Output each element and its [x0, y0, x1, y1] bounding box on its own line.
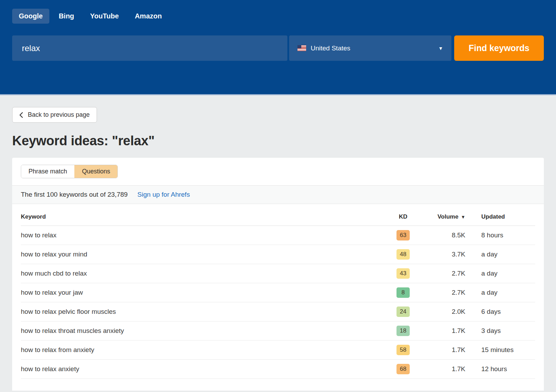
volume-cell: 3.7K — [423, 251, 465, 258]
table-row: how to relax pelvic floor muscles 24 2.0… — [21, 302, 535, 321]
volume-cell: 8.5K — [423, 231, 465, 239]
updated-cell: a day — [481, 251, 535, 258]
header-volume-label: Volume — [438, 213, 458, 220]
table-row: how to relax your mind 48 3.7K a day — [21, 245, 535, 264]
engine-tab-google[interactable]: Google — [12, 9, 49, 24]
updated-cell: a day — [481, 270, 535, 277]
us-flag-icon — [297, 45, 306, 51]
table-row: how to relax anxiety 68 1.7K 12 hours — [21, 360, 535, 379]
kd-cell: 63 — [383, 230, 423, 240]
page-title: Keyword ideas: "relax" — [12, 133, 544, 148]
country-label: United States — [311, 44, 350, 52]
results-summary-row: The first 100 keywords out of 23,789 Sig… — [12, 185, 544, 204]
search-engine-nav: Google Bing YouTube Amazon — [12, 9, 544, 24]
kd-cell: 18 — [383, 326, 423, 336]
back-button-label: Back to previous page — [28, 111, 90, 119]
updated-cell: 8 hours — [481, 231, 535, 239]
search-row: United States ▼ Find keywords — [12, 35, 544, 61]
keyword-cell: how to relax from anxiety — [21, 346, 383, 354]
volume-cell: 1.7K — [423, 327, 465, 335]
keywords-table: Keyword KD Volume▼ Updated how to relax … — [21, 204, 535, 379]
keyword-cell: how to relax — [21, 231, 383, 239]
table-row: how to relax from anxiety 58 1.7K 15 min… — [21, 341, 535, 360]
kd-badge: 58 — [396, 345, 410, 355]
keyword-cell: how to relax pelvic floor muscles — [21, 308, 383, 316]
updated-cell: 12 hours — [481, 365, 535, 373]
volume-cell: 2.0K — [423, 308, 465, 316]
tab-phrase-match[interactable]: Phrase match — [21, 165, 74, 178]
engine-tab-amazon[interactable]: Amazon — [128, 9, 169, 24]
updated-cell: 6 days — [481, 308, 535, 316]
kd-badge: 68 — [396, 364, 410, 374]
table-header-row: Keyword KD Volume▼ Updated — [21, 204, 535, 226]
tab-questions[interactable]: Questions — [74, 165, 117, 178]
kd-cell: 43 — [383, 268, 423, 279]
kd-badge: 8 — [396, 287, 410, 298]
header-kd[interactable]: KD — [383, 213, 423, 220]
kd-cell: 48 — [383, 249, 423, 260]
results-card: Phrase match Questions The first 100 key… — [12, 158, 544, 391]
keyword-search-input[interactable] — [12, 35, 287, 61]
table-row: how to relax 63 8.5K 8 hours — [21, 226, 535, 245]
kd-cell: 24 — [383, 307, 423, 317]
kd-cell: 8 — [383, 287, 423, 298]
header-volume[interactable]: Volume▼ — [423, 213, 465, 220]
updated-cell: 15 minutes — [481, 346, 535, 354]
segmented-control: Phrase match Questions — [21, 165, 118, 178]
match-type-tabs: Phrase match Questions — [12, 158, 544, 185]
header-updated: Updated — [481, 213, 535, 220]
kd-badge: 63 — [396, 230, 410, 240]
table-row: how to relax your jaw 8 2.7K a day — [21, 283, 535, 302]
updated-cell: 3 days — [481, 327, 535, 335]
results-summary-text: The first 100 keywords out of 23,789 — [21, 191, 128, 198]
volume-cell: 2.7K — [423, 270, 465, 277]
table-row: how much cbd to relax 43 2.7K a day — [21, 264, 535, 283]
country-select[interactable]: United States ▼ — [289, 35, 451, 61]
find-keywords-button[interactable]: Find keywords — [454, 35, 544, 61]
keyword-cell: how to relax your jaw — [21, 289, 383, 296]
keyword-cell: how to relax your mind — [21, 251, 383, 258]
header-keyword: Keyword — [21, 213, 383, 220]
chevron-down-icon: ▼ — [438, 46, 443, 51]
table-row: how to relax throat muscles anxiety 18 1… — [21, 321, 535, 341]
page-content: Back to previous page Keyword ideas: "re… — [0, 95, 556, 391]
engine-tab-youtube[interactable]: YouTube — [83, 9, 125, 24]
search-header: Google Bing YouTube Amazon United States… — [0, 0, 556, 95]
chevron-left-icon — [19, 112, 23, 118]
volume-cell: 2.7K — [423, 289, 465, 296]
updated-cell: a day — [481, 289, 535, 296]
kd-badge: 43 — [396, 268, 410, 279]
kd-badge: 18 — [396, 326, 410, 336]
engine-tab-bing[interactable]: Bing — [52, 9, 81, 24]
table-body: how to relax 63 8.5K 8 hours how to rela… — [21, 226, 535, 379]
sort-desc-icon: ▼ — [461, 214, 465, 220]
kd-badge: 24 — [396, 307, 410, 317]
signup-link[interactable]: Sign up for Ahrefs — [137, 191, 190, 198]
back-button[interactable]: Back to previous page — [12, 107, 97, 123]
kd-badge: 48 — [396, 249, 410, 260]
kd-cell: 58 — [383, 345, 423, 355]
keyword-cell: how to relax throat muscles anxiety — [21, 327, 383, 335]
keyword-cell: how much cbd to relax — [21, 270, 383, 277]
volume-cell: 1.7K — [423, 346, 465, 354]
keyword-cell: how to relax anxiety — [21, 365, 383, 373]
volume-cell: 1.7K — [423, 365, 465, 373]
kd-cell: 68 — [383, 364, 423, 374]
